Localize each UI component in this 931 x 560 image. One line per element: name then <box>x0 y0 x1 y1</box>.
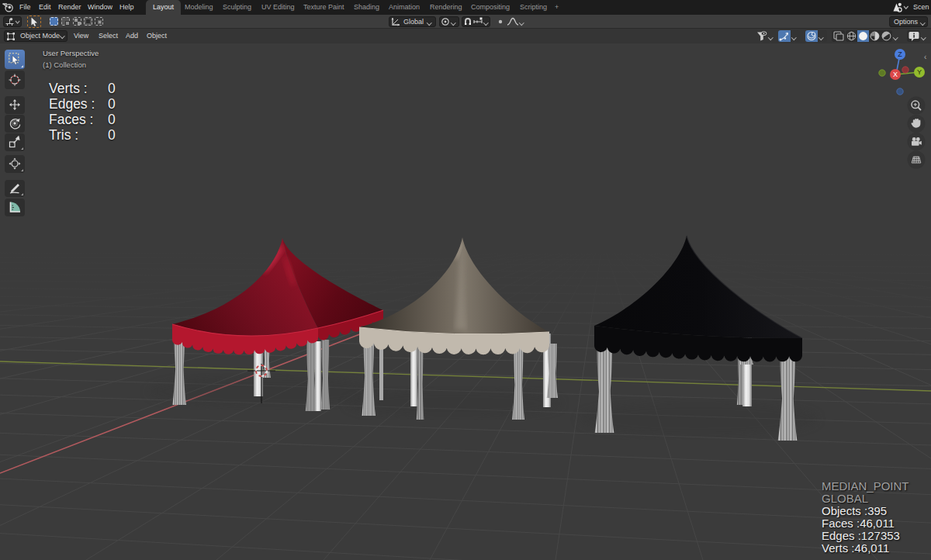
svg-text:Y: Y <box>917 68 922 76</box>
svg-text:X: X <box>893 71 898 78</box>
svg-text:Z: Z <box>898 50 902 58</box>
